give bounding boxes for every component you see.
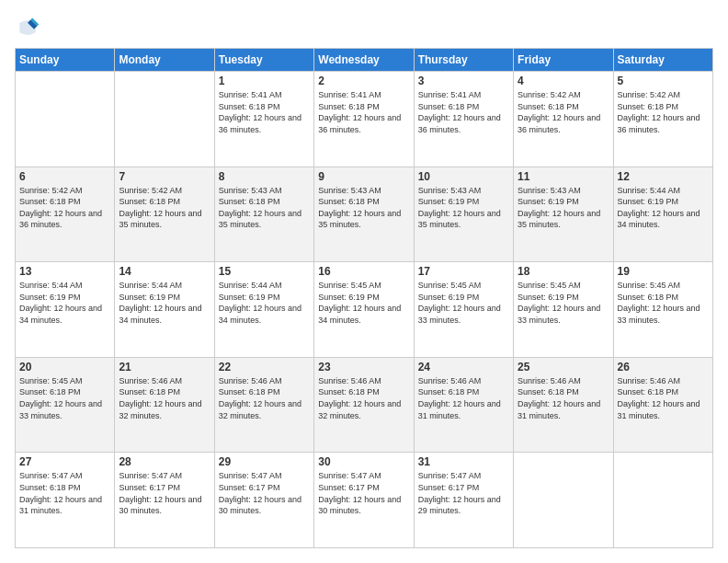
calendar-cell: 20Sunrise: 5:45 AMSunset: 6:18 PMDayligh… (16, 357, 115, 453)
col-saturday: Saturday (613, 49, 712, 72)
calendar-cell: 9Sunrise: 5:43 AMSunset: 6:18 PMDaylight… (314, 167, 414, 262)
calendar-cell: 6Sunrise: 5:42 AMSunset: 6:18 PMDaylight… (16, 167, 115, 262)
day-info: Sunrise: 5:46 AMSunset: 6:18 PMDaylight:… (518, 375, 609, 421)
day-number: 13 (19, 265, 110, 278)
page-header (15, 15, 713, 40)
day-number: 25 (518, 361, 609, 373)
week-row-5: 27Sunrise: 5:47 AMSunset: 6:18 PMDayligh… (16, 453, 713, 548)
day-info: Sunrise: 5:45 AMSunset: 6:19 PMDaylight:… (518, 280, 609, 326)
calendar-cell: 2Sunrise: 5:41 AMSunset: 6:18 PMDaylight… (314, 72, 414, 167)
day-info: Sunrise: 5:47 AMSunset: 6:17 PMDaylight:… (418, 470, 509, 516)
day-number: 30 (318, 455, 409, 468)
calendar-cell: 1Sunrise: 5:41 AMSunset: 6:18 PMDaylight… (214, 72, 313, 167)
calendar-cell (514, 453, 613, 548)
week-row-3: 13Sunrise: 5:44 AMSunset: 6:19 PMDayligh… (16, 262, 713, 358)
day-info: Sunrise: 5:42 AMSunset: 6:18 PMDaylight:… (518, 89, 609, 135)
calendar-cell: 26Sunrise: 5:46 AMSunset: 6:18 PMDayligh… (613, 357, 712, 453)
calendar-cell: 30Sunrise: 5:47 AMSunset: 6:17 PMDayligh… (314, 453, 414, 548)
day-number: 22 (219, 361, 310, 373)
day-info: Sunrise: 5:42 AMSunset: 6:18 PMDaylight:… (618, 89, 709, 135)
day-info: Sunrise: 5:47 AMSunset: 6:17 PMDaylight:… (119, 470, 210, 516)
day-info: Sunrise: 5:46 AMSunset: 6:18 PMDaylight:… (219, 375, 310, 421)
col-thursday: Thursday (414, 49, 513, 72)
calendar-cell: 19Sunrise: 5:45 AMSunset: 6:18 PMDayligh… (613, 262, 712, 358)
day-info: Sunrise: 5:45 AMSunset: 6:18 PMDaylight:… (19, 375, 110, 421)
day-number: 1 (219, 75, 310, 87)
day-info: Sunrise: 5:44 AMSunset: 6:19 PMDaylight:… (618, 185, 709, 231)
week-row-2: 6Sunrise: 5:42 AMSunset: 6:18 PMDaylight… (16, 167, 713, 262)
calendar-cell: 8Sunrise: 5:43 AMSunset: 6:18 PMDaylight… (214, 167, 313, 262)
day-info: Sunrise: 5:41 AMSunset: 6:18 PMDaylight:… (318, 89, 409, 135)
calendar-cell: 4Sunrise: 5:42 AMSunset: 6:18 PMDaylight… (514, 72, 613, 167)
day-info: Sunrise: 5:44 AMSunset: 6:19 PMDaylight:… (119, 280, 210, 326)
day-number: 15 (219, 265, 310, 278)
calendar-cell: 5Sunrise: 5:42 AMSunset: 6:18 PMDaylight… (613, 72, 712, 167)
day-number: 17 (418, 265, 509, 278)
calendar-cell: 12Sunrise: 5:44 AMSunset: 6:19 PMDayligh… (613, 167, 712, 262)
day-number: 12 (618, 170, 709, 183)
day-number: 6 (19, 170, 110, 183)
calendar-cell: 11Sunrise: 5:43 AMSunset: 6:19 PMDayligh… (514, 167, 613, 262)
day-info: Sunrise: 5:47 AMSunset: 6:17 PMDaylight:… (318, 470, 409, 516)
day-info: Sunrise: 5:43 AMSunset: 6:19 PMDaylight:… (418, 185, 509, 231)
day-info: Sunrise: 5:42 AMSunset: 6:18 PMDaylight:… (119, 185, 210, 231)
calendar-cell (16, 72, 115, 167)
calendar-table: Sunday Monday Tuesday Wednesday Thursday… (15, 48, 713, 548)
day-number: 29 (219, 455, 310, 468)
day-info: Sunrise: 5:44 AMSunset: 6:19 PMDaylight:… (219, 280, 310, 326)
week-row-1: 1Sunrise: 5:41 AMSunset: 6:18 PMDaylight… (16, 72, 713, 167)
logo-icon (15, 15, 40, 40)
calendar-cell: 7Sunrise: 5:42 AMSunset: 6:18 PMDaylight… (115, 167, 214, 262)
day-number: 3 (418, 75, 509, 87)
calendar-cell: 31Sunrise: 5:47 AMSunset: 6:17 PMDayligh… (414, 453, 513, 548)
day-number: 5 (618, 75, 709, 87)
header-row: Sunday Monday Tuesday Wednesday Thursday… (16, 49, 713, 72)
calendar-page: Sunday Monday Tuesday Wednesday Thursday… (0, 0, 728, 563)
day-info: Sunrise: 5:46 AMSunset: 6:18 PMDaylight:… (618, 375, 709, 421)
col-wednesday: Wednesday (314, 49, 414, 72)
day-number: 23 (318, 361, 409, 373)
day-info: Sunrise: 5:46 AMSunset: 6:18 PMDaylight:… (119, 375, 210, 421)
day-info: Sunrise: 5:46 AMSunset: 6:18 PMDaylight:… (418, 375, 509, 421)
day-number: 14 (119, 265, 210, 278)
calendar-cell: 22Sunrise: 5:46 AMSunset: 6:18 PMDayligh… (214, 357, 313, 453)
day-info: Sunrise: 5:43 AMSunset: 6:19 PMDaylight:… (518, 185, 609, 231)
day-info: Sunrise: 5:41 AMSunset: 6:18 PMDaylight:… (219, 89, 310, 135)
day-number: 2 (318, 75, 409, 87)
calendar-cell: 21Sunrise: 5:46 AMSunset: 6:18 PMDayligh… (115, 357, 214, 453)
col-friday: Friday (514, 49, 613, 72)
day-number: 9 (318, 170, 409, 183)
calendar-cell: 28Sunrise: 5:47 AMSunset: 6:17 PMDayligh… (115, 453, 214, 548)
calendar-cell: 24Sunrise: 5:46 AMSunset: 6:18 PMDayligh… (414, 357, 513, 453)
day-info: Sunrise: 5:47 AMSunset: 6:18 PMDaylight:… (19, 470, 110, 516)
day-info: Sunrise: 5:45 AMSunset: 6:19 PMDaylight:… (418, 280, 509, 326)
day-number: 7 (119, 170, 210, 183)
day-number: 4 (518, 75, 609, 87)
calendar-cell: 29Sunrise: 5:47 AMSunset: 6:17 PMDayligh… (214, 453, 313, 548)
calendar-cell (115, 72, 214, 167)
day-number: 27 (19, 455, 110, 468)
day-number: 31 (418, 455, 509, 468)
calendar-cell: 14Sunrise: 5:44 AMSunset: 6:19 PMDayligh… (115, 262, 214, 358)
day-number: 16 (318, 265, 409, 278)
day-number: 18 (518, 265, 609, 278)
calendar-cell: 16Sunrise: 5:45 AMSunset: 6:19 PMDayligh… (314, 262, 414, 358)
day-number: 28 (119, 455, 210, 468)
calendar-cell: 27Sunrise: 5:47 AMSunset: 6:18 PMDayligh… (16, 453, 115, 548)
day-number: 19 (618, 265, 709, 278)
day-number: 21 (119, 361, 210, 373)
calendar-cell: 15Sunrise: 5:44 AMSunset: 6:19 PMDayligh… (214, 262, 313, 358)
day-info: Sunrise: 5:43 AMSunset: 6:18 PMDaylight:… (219, 185, 310, 231)
calendar-cell: 23Sunrise: 5:46 AMSunset: 6:18 PMDayligh… (314, 357, 414, 453)
calendar-cell: 17Sunrise: 5:45 AMSunset: 6:19 PMDayligh… (414, 262, 513, 358)
day-info: Sunrise: 5:43 AMSunset: 6:18 PMDaylight:… (318, 185, 409, 231)
day-info: Sunrise: 5:41 AMSunset: 6:18 PMDaylight:… (418, 89, 509, 135)
day-info: Sunrise: 5:45 AMSunset: 6:19 PMDaylight:… (318, 280, 409, 326)
day-info: Sunrise: 5:42 AMSunset: 6:18 PMDaylight:… (19, 185, 110, 231)
calendar-cell: 18Sunrise: 5:45 AMSunset: 6:19 PMDayligh… (514, 262, 613, 358)
calendar-cell (613, 453, 712, 548)
day-info: Sunrise: 5:44 AMSunset: 6:19 PMDaylight:… (19, 280, 110, 326)
col-monday: Monday (115, 49, 214, 72)
day-number: 24 (418, 361, 509, 373)
col-tuesday: Tuesday (214, 49, 313, 72)
